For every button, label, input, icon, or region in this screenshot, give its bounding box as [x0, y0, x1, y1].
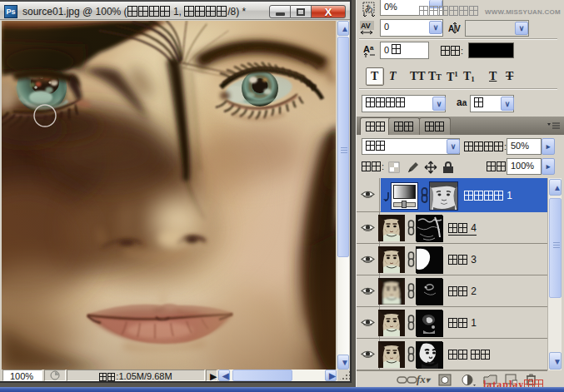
svg-text:AV: AV [361, 22, 371, 30]
svg-text:a: a [370, 44, 374, 52]
svg-text:A: A [363, 44, 370, 54]
svg-text:あ: あ [365, 3, 373, 12]
